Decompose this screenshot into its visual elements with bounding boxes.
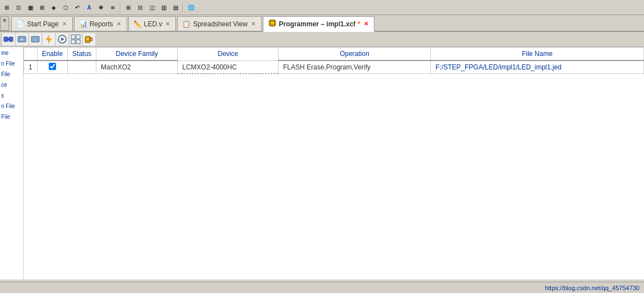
prog-btn-program[interactable] [56,33,68,45]
tab-programmer-close[interactable]: ✕ [363,21,369,27]
tab-led-v[interactable]: ✏️ LED.v ✕ [128,16,177,31]
col-status: Status [68,48,96,61]
tb-btn-4[interactable]: ⊞ [36,2,48,13]
main-content: ine n File File ce s n File File Enable … [0,47,644,280]
tb-btn-12[interactable]: ◫ [146,2,157,13]
tb-btn-globe[interactable]: 🌐 [186,2,197,13]
svg-marker-21 [46,35,52,43]
programmer-table-area: Enable Status Device Family Device Opera… [24,47,644,280]
tab-led-v-label: LED.v [144,20,163,28]
tab-start-page-label: Start Page [27,20,59,28]
svg-rect-25 [76,35,80,39]
tab-reports-close[interactable]: ✕ [115,21,122,27]
prog-btn-chain[interactable] [2,33,15,45]
programmer-toolbar: + - S [0,32,644,47]
svg-rect-14 [4,37,8,41]
col-operation: Operation [279,48,431,61]
spreadsheet-icon: 📋 [182,20,191,28]
svg-rect-29 [86,38,89,40]
svg-text:+: + [21,37,24,42]
tb-btn-14[interactable]: ▤ [170,2,181,13]
sidebar-item-nfile2[interactable]: n File [1,103,22,110]
tb-btn-8[interactable]: ❋ [95,2,106,13]
tab-led-v-close[interactable]: ✕ [164,21,171,27]
enable-checkbox-1[interactable] [49,63,56,70]
tab-spreadsheet[interactable]: 📋 Spreadsheet View ✕ [177,16,261,31]
tb-btn-a[interactable]: A [84,2,95,13]
col-device-family: Device Family [96,48,178,61]
tb-btn-6[interactable]: ⬡ [60,2,71,13]
col-enable: Enable [37,48,67,61]
svg-marker-23 [61,38,64,41]
sidebar-item-file1[interactable]: File [1,71,22,78]
svg-text:-: - [35,37,36,42]
sidebar-item-file2[interactable]: File [1,113,22,120]
tab-start-page-close[interactable]: ✕ [61,21,68,27]
row-filename-1[interactable]: F:/STEP_FPGA/LED/impl1/LED_impl1.jed [431,61,644,74]
status-url: https://blog.csdn.net/qq_45754730 [545,285,640,291]
tb-btn-9[interactable]: ≋ [107,2,118,13]
table-row: 1 MachXO2 LCMXO2-4000HC FLASH Erase,Prog… [24,61,644,74]
sidebar-item-ine[interactable]: ine [1,49,22,57]
tb-btn-1[interactable]: ⊞ [1,2,12,13]
row-operation-1: FLASH Erase,Program,Verify [279,61,431,74]
tb-btn-11[interactable]: ⊟ [135,2,146,13]
svg-rect-26 [71,40,75,44]
toolbar-row-1: ⊞ ⊡ ▦ ⊞ ◈ ⬡ ↶ A ❋ ≋ ⊞ ⊟ ◫ ▥ ▤ 🌐 [0,1,644,13]
left-sidebar: ine n File File ce s n File File [0,47,24,280]
tab-programmer-label: Programmer – impl1.xcf [279,20,356,28]
svg-text:S: S [90,36,93,42]
led-v-icon: ✏️ [133,20,142,28]
col-device: Device [178,48,279,61]
prog-btn-flash[interactable] [43,33,55,45]
sidebar-item-s[interactable]: s [1,92,22,99]
svg-rect-1 [271,21,274,25]
tab-reports[interactable]: 📊 Reports ✕ [74,16,127,31]
tab-programmer[interactable]: Programmer – impl1.xcf * ✕ [263,16,374,32]
programmer-chip-icon [268,18,277,29]
main-toolbar: ⊞ ⊡ ▦ ⊞ ◈ ⬡ ↶ A ❋ ≋ ⊞ ⊟ ◫ ▥ ▤ 🌐 [0,0,644,15]
prog-btn-scan[interactable]: S [83,33,95,45]
row-status-1 [68,61,96,74]
col-num [24,48,38,61]
tab-bar: ✕ 📄 Start Page ✕ 📊 Reports ✕ ✏️ LED.v ✕ … [0,15,644,32]
reports-icon: 📊 [79,20,87,28]
tb-btn-13[interactable]: ▥ [158,2,169,13]
tab-start-page[interactable]: 📄 Start Page ✕ [11,16,73,31]
row-num-1: 1 [24,61,38,74]
prog-btn-remove[interactable]: - [29,33,41,45]
device-table: Enable Status Device Family Device Opera… [24,47,644,74]
start-page-icon: 📄 [16,20,25,28]
prog-btn-add[interactable]: + [16,33,28,45]
pane-close-btn[interactable]: ✕ [0,16,9,31]
sidebar-item-nfile[interactable]: n File [1,60,22,67]
svg-rect-27 [76,40,80,44]
toolbar-sep-2 [183,2,184,12]
tb-btn-3[interactable]: ▦ [25,2,36,13]
toolbar-sep-1 [120,2,121,12]
row-enable-1[interactable] [37,61,67,74]
prog-btn-grid[interactable] [70,33,82,45]
tb-btn-2[interactable]: ⊡ [13,2,24,13]
tb-btn-7[interactable]: ↶ [72,2,83,13]
tb-btn-10[interactable]: ⊞ [123,2,134,13]
programmer-modified: * [358,20,360,28]
svg-rect-24 [71,35,75,39]
row-device-family-1: MachXO2 [96,61,178,74]
row-device-1[interactable]: LCMXO2-4000HC [178,61,279,74]
svg-rect-15 [9,37,13,41]
tb-btn-5[interactable]: ◈ [48,2,59,13]
tab-spreadsheet-close[interactable]: ✕ [250,21,257,27]
status-bar: https://blog.csdn.net/qq_45754730 [0,282,644,293]
tab-reports-label: Reports [90,20,113,28]
col-filename: File Name [431,48,644,61]
tab-spreadsheet-label: Spreadsheet View [193,20,247,28]
sidebar-item-ce[interactable]: ce [1,81,22,89]
